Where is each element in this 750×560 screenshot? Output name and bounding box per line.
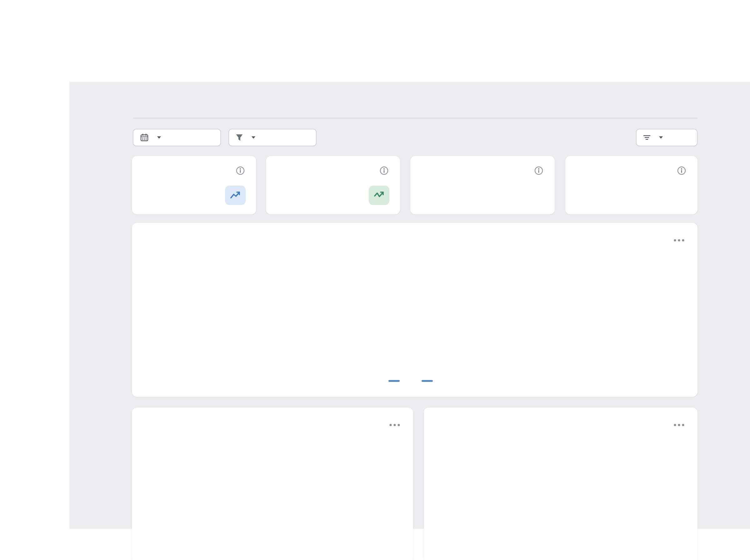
trend-up-icon xyxy=(225,186,246,205)
legend-swatch xyxy=(388,380,400,382)
chevron-down-icon xyxy=(251,136,256,139)
line-chart xyxy=(132,223,697,397)
kpi-card-total-searches xyxy=(132,156,256,214)
filter-lines-icon xyxy=(643,134,651,141)
top-zero-result-terms-card xyxy=(424,407,697,560)
date-range-button[interactable] xyxy=(133,129,221,146)
overflow-menu-icon[interactable] xyxy=(387,421,402,429)
trend-up-icon xyxy=(369,186,389,205)
search-analytics-page xyxy=(0,0,750,560)
overflow-menu-icon[interactable] xyxy=(672,421,686,429)
info-icon[interactable] xyxy=(235,165,246,176)
chevron-down-icon xyxy=(157,136,162,139)
legend-item-search-volume[interactable] xyxy=(388,380,404,382)
calendar-icon xyxy=(140,133,149,142)
header-divider xyxy=(133,118,697,118)
info-icon[interactable] xyxy=(533,165,544,176)
kpi-card-zero-result-searches xyxy=(565,156,697,214)
funnel-icon xyxy=(235,134,243,142)
chevron-down-icon xyxy=(658,136,664,139)
top-search-terms-card xyxy=(132,407,413,560)
info-icon[interactable] xyxy=(676,165,687,176)
kpi-card-search-conversion-rate xyxy=(266,156,400,214)
legend-swatch xyxy=(422,380,433,382)
chart-legend xyxy=(174,380,652,382)
filters-button[interactable] xyxy=(636,129,697,146)
info-icon[interactable] xyxy=(379,165,389,176)
kpi-card-average-order-value xyxy=(410,156,555,214)
filter-by-button[interactable] xyxy=(228,129,317,146)
chart-card xyxy=(132,223,697,397)
legend-item-conversion-rate[interactable] xyxy=(422,380,437,382)
